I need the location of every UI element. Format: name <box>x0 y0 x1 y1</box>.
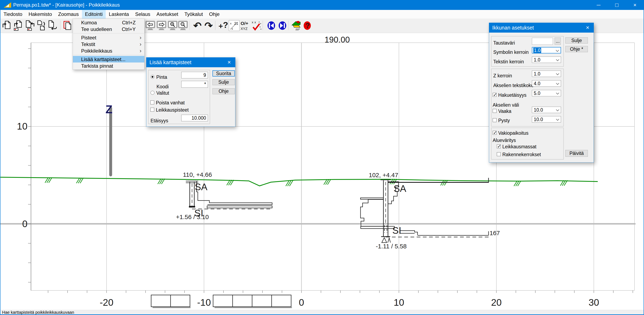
close-button[interactable]: Sulje <box>212 79 235 85</box>
zoom-in-view-icon[interactable] <box>167 20 178 31</box>
update-button[interactable]: Päivitä <box>565 150 588 157</box>
svg-text:?: ? <box>306 22 310 29</box>
coordinate-xyz-icon[interactable]: O/+ XYZ <box>240 20 251 31</box>
menu-selaus[interactable]: Selaus <box>132 10 153 18</box>
svg-text:m³: m³ <box>296 27 300 31</box>
menu-hakemisto[interactable]: Hakemisto <box>26 10 55 18</box>
cut-points-checkbox[interactable] <box>150 108 154 112</box>
search-distance-combo[interactable]: 5.0 <box>532 90 561 96</box>
zoom-out-view-icon[interactable] <box>178 20 188 31</box>
view-previous-icon[interactable] <box>145 20 156 31</box>
help-button[interactable]: Ohje * <box>565 46 588 52</box>
menu-zoomaus[interactable]: Zoomaus <box>55 10 82 18</box>
standard-positioning-label: Vakiopaikoitus <box>498 130 528 136</box>
close-button[interactable]: Sulje <box>565 37 588 43</box>
menu-item-kumoa[interactable]: Kumoa Ctrl+Z <box>73 19 144 26</box>
text-scale-combo[interactable]: 1.0 <box>532 56 561 63</box>
surface-number-input[interactable] <box>181 72 208 78</box>
area-coloring-label: Alueväritys <box>493 138 516 143</box>
menu-laskenta[interactable]: Laskenta <box>106 10 132 18</box>
code-input[interactable] <box>181 81 208 88</box>
menu-item-pisteet[interactable]: Pisteet <box>73 34 144 41</box>
maximize-button[interactable]: □ <box>608 0 626 10</box>
code-label: Koodi <box>156 84 169 89</box>
axis-text-size-combo[interactable]: 4.0 <box>532 80 561 87</box>
standard-positioning-checkbox[interactable] <box>493 131 496 135</box>
window-controls: ─ □ × <box>590 0 644 10</box>
selected-radio[interactable] <box>150 91 154 95</box>
chevron-down-icon <box>556 91 559 95</box>
vertical-checkbox[interactable] <box>493 118 496 122</box>
point-numbers-toggle-icon[interactable]: 21 x x <box>229 20 240 31</box>
menu-tiedosto[interactable]: Tiedosto <box>0 10 26 18</box>
z-scale-combo[interactable]: 1.0 <box>532 70 561 77</box>
volumes-m3-icon[interactable]: m³ <box>291 20 302 31</box>
ground-line <box>0 177 598 186</box>
horizontal-spacing-combo[interactable]: 10.0 <box>532 107 561 113</box>
search-distance-checkbox[interactable] <box>493 93 496 97</box>
remove-old-checkbox[interactable] <box>150 100 154 104</box>
surface-radio[interactable] <box>150 75 154 79</box>
svg-text:21: 21 <box>234 21 238 25</box>
run-button[interactable]: Suorita <box>212 70 235 76</box>
redo-icon[interactable]: ↷ <box>204 20 215 31</box>
chevron-down-icon <box>556 58 559 61</box>
svg-text:x: x <box>254 20 256 24</box>
close-button[interactable]: × <box>626 0 644 10</box>
minimize-button[interactable]: ─ <box>590 0 608 10</box>
text-scale-label: Tekstin kerroin <box>493 59 524 64</box>
close-icon[interactable]: × <box>223 57 236 67</box>
menu-item-lisaa-karttapisteet[interactable]: Lisää karttapisteet... <box>73 56 144 62</box>
help-icon[interactable]: ? <box>302 20 312 31</box>
view-next-icon[interactable] <box>156 20 167 31</box>
menu-item-tarkista-pinnat[interactable]: Tarkista pinnat <box>73 62 144 69</box>
menu-editointi[interactable]: Editointi <box>82 10 106 18</box>
surface-label: Pinta <box>156 74 167 80</box>
add-point-query-icon[interactable]: + ? <box>218 20 229 31</box>
file-read-icon[interactable] <box>2 20 13 31</box>
menu-item-poikkileikkaus[interactable]: Poikkileikkaus <box>73 47 144 54</box>
dialog-title-bar[interactable]: Ikkunan asetukset × <box>489 23 594 32</box>
file-write-format-icon[interactable] <box>24 20 35 31</box>
svg-text:x: x <box>230 22 232 25</box>
distance-input[interactable] <box>181 115 208 121</box>
menu-item-tekstit[interactable]: Tekstit <box>73 41 144 47</box>
file-append-icon[interactable] <box>47 20 58 31</box>
menu-ohje[interactable]: Ohje <box>206 10 223 18</box>
status-bar: Hae karttapisteitä poikkileikkauskuvaan <box>0 310 644 315</box>
svg-text:x: x <box>232 27 233 30</box>
distance-label: Etäisyys <box>150 118 168 124</box>
check-coordinates-icon[interactable]: x x <box>251 20 262 31</box>
close-icon[interactable]: × <box>582 23 594 32</box>
borehole-102-label: 102, +4.47 <box>369 172 398 178</box>
background-color-swatch[interactable] <box>532 38 553 45</box>
symbol-scale-combo[interactable]: 1.0 <box>532 47 561 53</box>
chevron-down-icon <box>556 49 559 52</box>
help-button[interactable]: Ohje <box>212 88 235 94</box>
vertical-spacing-combo[interactable]: 10.0 <box>532 116 561 123</box>
copy-pages-icon[interactable] <box>62 20 73 31</box>
structure-layers-checkbox[interactable] <box>497 152 501 156</box>
menu-asetukset[interactable]: Asetukset <box>154 10 181 18</box>
next-section-icon[interactable] <box>277 20 288 31</box>
horizontal-checkbox[interactable] <box>493 109 496 113</box>
toolbar-separator <box>288 21 288 30</box>
svg-text:x: x <box>252 20 253 24</box>
borehole-110[interactable]: 110, +4.66 SA SI +1.56 / 3.10 <box>176 171 272 220</box>
svg-text:+: + <box>218 22 223 30</box>
bottom-axis-ticks <box>48 291 633 293</box>
search-distance-label: Hakuetäisyys <box>498 92 526 98</box>
svg-text:0: 0 <box>22 219 28 229</box>
shortcut: Ctrl+Y <box>122 26 136 32</box>
menu-item-tee-uudelleen[interactable]: Tee uudelleen Ctrl+Y <box>73 26 144 32</box>
menu-tyokalut[interactable]: Työkalut <box>181 10 206 18</box>
previous-section-icon[interactable] <box>266 20 277 31</box>
file-convert-icon[interactable] <box>36 20 47 31</box>
file-read-format-icon[interactable] <box>13 20 24 31</box>
undo-icon[interactable]: ↶ <box>192 20 203 31</box>
section-station-label: 190.00 <box>324 35 350 44</box>
borehole-102[interactable]: 102, +4.47 SA SI -1.11 / 5.58 167 <box>360 172 500 250</box>
dialog-title-bar[interactable]: Lisää karttapisteet × <box>146 57 236 67</box>
cut-masses-checkbox[interactable] <box>497 144 501 148</box>
browse-color-button[interactable]: ... <box>554 37 561 45</box>
